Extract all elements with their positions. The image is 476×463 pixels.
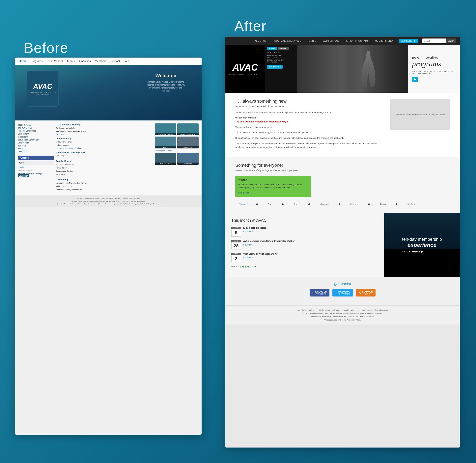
new-body1: 30-minute Kinesis™ Intro MOVE Classes We… xyxy=(235,111,382,115)
growing-older-title: The Power of Growing Older xyxy=(55,151,153,154)
facebook-label[interactable]: facebook xyxy=(18,156,54,160)
fb-name: AVAC xyxy=(19,162,53,164)
after-nav-tennis[interactable]: TENNIS xyxy=(306,39,317,43)
contact-tab[interactable]: CONTACT xyxy=(278,47,289,50)
sidebar-item-news[interactable]: In the News xyxy=(18,135,54,138)
event2-title: AVAC Members Swim School Priority Regist… xyxy=(243,240,378,242)
sidebar-item-team[interactable]: The AVAC Team xyxy=(18,126,54,129)
special-training-thumb[interactable]: Special Training xyxy=(177,136,199,148)
membership-sat-sun: Saturday & Sunday Noon to 5 pm xyxy=(55,188,153,191)
sidebar-item-honored[interactable]: Honored Employees xyxy=(18,129,54,132)
activities-thumb[interactable]: Activities xyxy=(155,136,176,148)
before-nav-home[interactable]: Home xyxy=(19,60,27,63)
weekday-hours: 5AM TO 10PM xyxy=(267,57,295,59)
after-footer-copyright: © 2012, Almaden Valley Athletic Club. Al… xyxy=(230,312,455,315)
new-title: . . . always something new! xyxy=(235,99,382,104)
membership-experience: experience xyxy=(402,242,442,248)
before-nav-contact[interactable]: Contact xyxy=(110,60,120,63)
after-nav-members[interactable]: MEMBERS ONLY xyxy=(374,39,395,43)
after-nav-programs[interactable]: PROGRAMS & SERVICES xyxy=(272,39,302,43)
everyone-title: Something for everyone! xyxy=(235,163,450,168)
dot-3 xyxy=(245,266,247,267)
tennis-thumb[interactable]: Tennis EVERYONE! xyxy=(155,153,176,165)
new-subtitle: Innovation is at the heart of our missio… xyxy=(235,105,382,108)
download-link[interactable]: Download AVAC News! xyxy=(155,150,199,152)
tab-children[interactable]: Children xyxy=(346,201,362,207)
tab-adults[interactable]: Adults xyxy=(376,201,390,207)
tab-massage[interactable]: Massage xyxy=(316,201,333,207)
tab-spas[interactable]: Spas xyxy=(290,201,302,207)
search-button[interactable]: Search xyxy=(446,38,456,43)
sidebar-item-today[interactable]: Today at AVAC xyxy=(18,124,54,126)
swim-school-thumb[interactable]: Swim School Registration xyxy=(155,124,176,135)
after-search-box[interactable]: Search xyxy=(422,38,456,43)
search-input[interactable] xyxy=(422,40,446,42)
before-middle: FREE Personal Training! Re-Solution: Let… xyxy=(55,124,153,192)
after-nav-swim[interactable]: SWIM SCHOOL xyxy=(321,39,340,43)
get-started-link[interactable]: Get started right away. Click here xyxy=(55,147,82,149)
video-placeholder: You do not meet the requirements to play… xyxy=(390,99,450,130)
sidebar-item-ebulletin[interactable]: eBULLETIN xyxy=(18,150,54,153)
after-nav-junior[interactable]: JUNIOR PROGRAMS xyxy=(345,39,370,43)
sidebar-item-employment[interactable]: Employment xyxy=(18,141,54,144)
next-btn[interactable]: NEXT xyxy=(252,266,257,268)
social-buttons: f LIKE US ON FACEBOOK t FOLLOW US ON TWI… xyxy=(230,289,455,296)
membership-text: ten-day membership experience CLICK HERE xyxy=(402,237,442,253)
before-nav-swim[interactable]: Swim School xyxy=(47,60,63,63)
sidebar-item-community[interactable]: Serving our Community xyxy=(18,138,54,141)
hero-figure xyxy=(348,45,388,93)
pool-open-text: The pool will open no later than Wednesd… xyxy=(235,120,289,123)
after-nav-about[interactable]: ABOUT US xyxy=(253,39,268,43)
click-here-link[interactable]: Click here xyxy=(55,133,64,135)
sidebar-item-home[interactable]: Home xyxy=(18,147,54,150)
after-logo-panel: AVAC ALMADEN VALLEY ATHLETIC CLUB xyxy=(225,45,265,93)
blog-btn[interactable]: ✎ READ OUR BLOG xyxy=(356,289,375,296)
regular-hours-title: Regular Hours xyxy=(55,160,153,162)
before-hero: AVAC ALMADEN VALLEY ATHLETIC CLUB 5400 C… xyxy=(15,65,201,120)
sidebar-item-sitemap[interactable]: Site Map xyxy=(18,144,54,147)
prev-btn[interactable]: PREV xyxy=(231,266,237,268)
hours-tab[interactable]: HOURS xyxy=(267,47,277,50)
sat-sun-label: SATURDAY & SUNDAY xyxy=(267,59,295,61)
membership-click-btn[interactable]: CLICK HERE xyxy=(402,250,442,253)
before-welcome-text: Almaden Valley Athletic Club enriches th… xyxy=(146,80,186,92)
contact-us-btn[interactable]: CONTACT US xyxy=(267,65,283,69)
free-session: Free Session | Reduced package rates xyxy=(55,130,153,133)
after-section-social: get social f LIKE US ON FACEBOOK t FOLLO… xyxy=(225,277,460,305)
twitter-btn[interactable]: t FOLLOW US ON TWITTER xyxy=(332,289,353,296)
event3-link[interactable]: View more xyxy=(243,257,253,259)
testimonials-thumb[interactable]: Testimonials xyxy=(177,153,199,165)
tennis-card-text: Meet AVAC's new Director of Tennis, Ken … xyxy=(238,183,308,189)
twitter-icon: t xyxy=(335,291,337,294)
membership-info-thumb[interactable]: Membership Information xyxy=(177,124,199,135)
before-nav-tennis[interactable]: Tennis xyxy=(67,60,75,63)
before-hero-sign: AVAC ALMADEN VALLEY ATHLETIC CLUB 5400 C… xyxy=(27,71,59,107)
facebook-btn[interactable]: f LIKE US ON FACEBOOK xyxy=(310,289,330,296)
before-footer-copyright: Interactive Communications by MemberFirs… xyxy=(18,203,199,205)
before-nav-members[interactable]: Members xyxy=(95,60,106,63)
find-out-more-link[interactable]: Find out more xyxy=(238,192,251,194)
complimentary-title: Complimentary xyxy=(55,137,153,140)
event2-link[interactable]: View more xyxy=(243,244,253,246)
before-nav-programs[interactable]: Programs xyxy=(31,60,43,63)
club-hours-title: CLUB HOURS xyxy=(267,52,295,53)
after-club-name: ALMADEN VALLEY ATHLETIC CLUB xyxy=(229,73,261,75)
before-nav-join[interactable]: Join xyxy=(124,60,129,63)
hero-new-text: new innovative xyxy=(412,56,456,60)
before-club-name: ALMADEN VALLEY ATHLETIC CLUB xyxy=(29,92,56,93)
tab-pool[interactable]: Pool xyxy=(264,201,276,207)
after-section-month: This month at AVAC APR 5 Kid's SportFit … xyxy=(225,213,460,277)
tab-tennis[interactable]: Tennis xyxy=(235,201,250,207)
tab-seniors[interactable]: Seniors xyxy=(403,201,419,207)
after-section-new: . . . always something new! Innovation i… xyxy=(225,93,460,157)
after-nav-membership[interactable]: MEMBERSHIP xyxy=(399,39,418,43)
event1-link[interactable]: View more xyxy=(243,231,253,233)
after-hero-text-panel: new innovative programs CHECK OUT WHAT W… xyxy=(408,45,460,93)
before-panel: Home Programs Swim School Tennis Ameniti… xyxy=(15,58,201,435)
month-right-panel[interactable]: ten-day membership experience CLICK HERE xyxy=(384,213,460,277)
sidebar-item-history[interactable]: Brief History xyxy=(18,132,54,135)
play-button[interactable] xyxy=(412,77,418,82)
before-nav-amenities[interactable]: Amenities xyxy=(79,60,91,63)
after-logo: AVAC xyxy=(233,63,258,72)
dot-1 xyxy=(240,266,241,267)
